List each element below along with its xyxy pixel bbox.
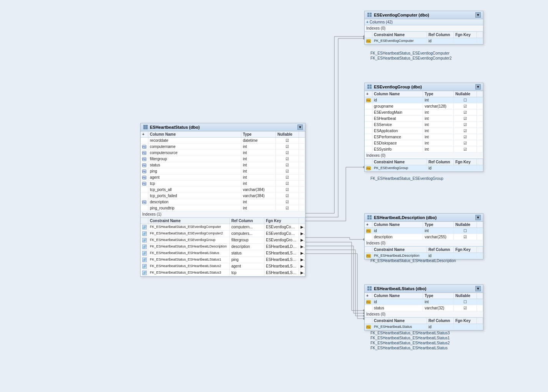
cell-type: int [241, 181, 276, 186]
fk-link-icon: 🔗 [142, 271, 147, 275]
constraint-row: PK PK_ESEventlogGroup id [365, 165, 483, 171]
cell-extra [299, 138, 305, 143]
table-row: FK tcp int ☑ [141, 181, 305, 187]
fk-link-icon: 🔗 [142, 251, 147, 256]
indexes-label-ESHeartbeatStatus: Indexes (1) [141, 211, 305, 218]
cell-icon: 🔗 [141, 263, 148, 269]
cell-constraint-name: FK_ESHeartbeatStatus_ESEventlogGroup [148, 237, 230, 243]
col-headers: + Column Name Type Nullable [365, 222, 483, 228]
constraint-row: 🔗 FK_ESHeartbeatStatus_ESHeartbeatLStatu… [141, 270, 305, 276]
cell-nullable: ☑ [276, 138, 299, 143]
ref-text: FK_ESHeartbeatStatus_ESEventlogComputer [369, 51, 453, 56]
fk-badge: FK [142, 200, 146, 204]
table-title-ESHeartbeatLDescription: ESHeartbeatLDescription (dbo) [374, 215, 437, 220]
table-grid-icon [367, 12, 372, 18]
cell-extra [299, 168, 305, 174]
collapse-ESHeartbeatStatus[interactable]: ▼ [297, 125, 303, 130]
table-header-ESHeartbeatLStatus: ESHeartbeatLStatus (dbo) ▼ [365, 285, 483, 293]
table-row: ESApplication int ☑ [365, 128, 483, 134]
cell-nullable: ☑ [276, 199, 299, 205]
cell-extra [299, 181, 305, 186]
cell-fgn-key: ESEventlogGroup... [264, 237, 299, 243]
fk-badge: FK [142, 176, 146, 179]
constraint-headers: Constraint Name Ref Column Fgn Key [365, 247, 483, 253]
cell-icon: FK [141, 168, 148, 174]
cell-name: status [148, 162, 241, 168]
table-row: FK description int ☑ [141, 199, 305, 205]
cell-type: int [241, 205, 276, 211]
cell-icon: FK [141, 144, 148, 149]
table-row: ESDiskspace int ☑ [365, 140, 483, 146]
cell-nullable: ☑ [276, 150, 299, 156]
cell-name: computersource [148, 150, 241, 156]
cell-extra [299, 187, 305, 193]
table-row: PK id int ☐ [365, 97, 483, 103]
col-header-sort [299, 131, 305, 137]
indexes-section: Indexes (0) [365, 153, 483, 159]
fk-link-icon: 🔗 [142, 257, 147, 262]
collapse-ESHeartbeatLStatus[interactable]: ▼ [475, 286, 481, 291]
table-ESEventlogComputer: ESEventlogComputer (dbo) ▼ + Columns (42… [364, 11, 483, 45]
constraint-row: 🔗 FK_ESHeartbeatStatus_ESHeartbeatLStatu… [141, 257, 305, 263]
ch-icon [365, 32, 372, 38]
cell-nullable: ☑ [276, 156, 299, 162]
constraint-row: 🔗 FK_ESHeartbeatStatus_ESEventlogCompute… [141, 224, 305, 231]
fk-badge: FK [142, 163, 146, 167]
svg-rect-32 [143, 125, 145, 127]
col-headers: + Column Name Type Nullable [365, 91, 483, 97]
indexes-label: Indexes (0) [365, 25, 483, 32]
cell-icon [141, 138, 148, 143]
table-title-ESHeartbeatLStatus: ESHeartbeatLStatus (dbo) [374, 286, 426, 291]
svg-rect-37 [370, 13, 372, 15]
table-row: status varchar(32) ☑ [365, 305, 483, 311]
cell-icon: FK [141, 162, 148, 168]
cell-extra [477, 38, 483, 44]
col-header-name: Column Name [148, 131, 241, 137]
cell-icon: 🔗 [141, 270, 148, 276]
table-header-ESHeartbeatLDescription: ESHeartbeatLDescription (dbo) ▼ [365, 214, 483, 222]
collapse-ESEventlogGroup[interactable]: ▼ [475, 84, 481, 90]
cell-constraint-name: FK_ESHeartbeatStatus_ESHeartbeatLStatus3 [148, 270, 230, 276]
cell-nullable: ☑ [276, 187, 299, 193]
cell-icon [141, 187, 148, 193]
fk-link-icon: 🔗 [142, 264, 147, 269]
table-header-ESHeartbeatStatus: ESHeartbeatStatus (dbo) ▼ [141, 123, 305, 131]
cell-ref-col: id [427, 38, 454, 44]
constraint-headers: Constraint Name Ref Column Fgn Key [365, 318, 483, 324]
cell-type: int [241, 174, 276, 180]
cell-type: varchar(384) [241, 187, 276, 193]
ref-text-ESHeartbeatLDescription: FK_ESHeartbeatStatus_ESHeartbeatLDescrip… [369, 258, 457, 263]
fk-badge: FK [142, 157, 146, 161]
cell-icon: PK [365, 38, 372, 44]
fk-badge: FK [142, 169, 146, 173]
cell-icon: FK [141, 156, 148, 162]
cell-ref-col: tcp [230, 270, 264, 276]
svg-rect-33 [146, 125, 148, 127]
collapse-ESHeartbeatLDescription[interactable]: ▼ [475, 215, 481, 220]
table-row: groupname varchar(128) ☑ [365, 103, 483, 110]
cell-extra: ▶ [299, 270, 305, 276]
table-row: ESPerformance int ☑ [365, 134, 483, 140]
cell-icon: 🔗 [141, 224, 148, 230]
constraint-row: 🔗 FK_ESHeartbeatStatus_ESHeartbeatLStatu… [141, 263, 305, 270]
collapse-ESEventlogComputer[interactable]: ▼ [475, 12, 481, 18]
table-ESEventlogGroup: ESEventlogGroup (dbo) ▼ + Column Name Ty… [364, 83, 483, 172]
cell-name: tcp_ports_all [148, 187, 241, 193]
cell-name: filtergroup [148, 156, 241, 162]
table-ESHeartbeatLStatus: ESHeartbeatLStatus (dbo) ▼ + Column Name… [364, 284, 483, 331]
section-header-columns: + Columns (42) [365, 19, 483, 25]
table-row: FK filtergroup int ☑ [141, 156, 305, 162]
cell-type: int [241, 162, 276, 168]
table-ESHeartbeatStatus: ESHeartbeatStatus (dbo) ▼ + Column Name … [140, 123, 306, 277]
cell-constraint-name: FK_ESHeartbeatStatus_ESHeartbeatLDescrip… [148, 244, 230, 250]
table-row: ESHeartbeat int ☑ [365, 116, 483, 122]
cell-icon [141, 193, 148, 199]
constraint-row: 🔗 FK_ESHeartbeatStatus_ESHeartbeatLDescr… [141, 244, 305, 250]
table-row: PK id int ☐ [365, 228, 483, 234]
constraint-header-name: Constraint Name [148, 218, 230, 224]
cell-fgn [454, 38, 477, 44]
fk-link-icon: 🔗 [142, 225, 147, 229]
ch-sort [477, 32, 483, 38]
cell-extra [299, 193, 305, 199]
cell-nullable: ☑ [276, 168, 299, 174]
